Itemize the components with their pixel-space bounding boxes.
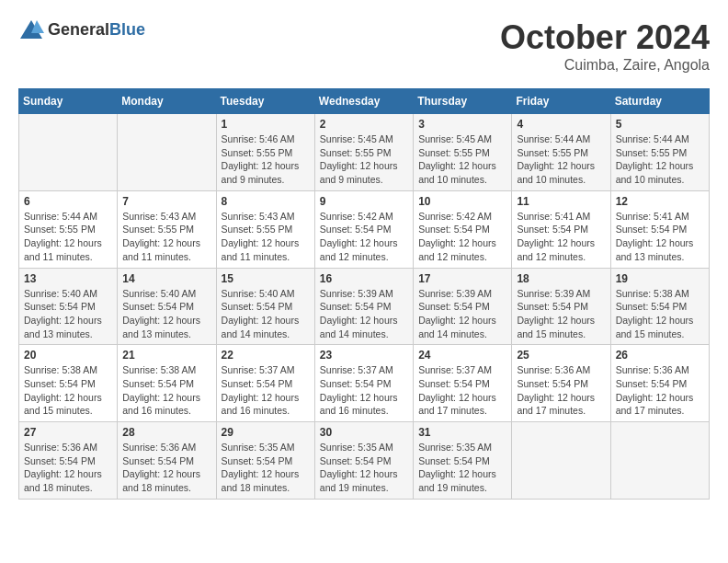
calendar-cell: 29Sunrise: 5:35 AM Sunset: 5:54 PM Dayli… [216, 422, 314, 500]
calendar-cell: 3Sunrise: 5:45 AM Sunset: 5:55 PM Daylig… [414, 114, 512, 191]
calendar-cell [610, 422, 709, 500]
day-number: 4 [517, 118, 605, 131]
day-number: 5 [616, 118, 704, 131]
calendar-cell: 21Sunrise: 5:38 AM Sunset: 5:54 PM Dayli… [118, 345, 216, 422]
calendar-cell: 10Sunrise: 5:42 AM Sunset: 5:54 PM Dayli… [414, 190, 512, 268]
calendar-cell: 14Sunrise: 5:40 AM Sunset: 5:54 PM Dayli… [118, 268, 216, 345]
day-info: Sunrise: 5:41 AM Sunset: 5:54 PM Dayligh… [517, 210, 605, 264]
day-header-tuesday: Tuesday [216, 89, 314, 114]
day-number: 26 [616, 349, 704, 362]
calendar-cell: 7Sunrise: 5:43 AM Sunset: 5:55 PM Daylig… [118, 190, 216, 268]
day-number: 27 [24, 426, 112, 439]
header: GeneralBlue October 2024 Cuimba, Zaire, … [18, 18, 710, 74]
day-info: Sunrise: 5:39 AM Sunset: 5:54 PM Dayligh… [320, 287, 408, 341]
calendar-cell: 30Sunrise: 5:35 AM Sunset: 5:54 PM Dayli… [314, 422, 413, 500]
day-number: 25 [517, 349, 605, 362]
calendar-cell [118, 114, 216, 191]
calendar-cell: 12Sunrise: 5:41 AM Sunset: 5:54 PM Dayli… [610, 190, 709, 268]
day-info: Sunrise: 5:41 AM Sunset: 5:54 PM Dayligh… [616, 210, 704, 264]
day-header-saturday: Saturday [610, 89, 709, 114]
day-info: Sunrise: 5:37 AM Sunset: 5:54 PM Dayligh… [222, 363, 310, 418]
day-number: 6 [24, 195, 112, 208]
month-title: October 2024 [500, 18, 710, 57]
day-number: 16 [320, 272, 408, 285]
logo-blue: Blue [109, 20, 145, 39]
calendar-cell: 17Sunrise: 5:39 AM Sunset: 5:54 PM Dayli… [414, 268, 512, 345]
day-info: Sunrise: 5:38 AM Sunset: 5:54 PM Dayligh… [24, 363, 112, 418]
day-number: 9 [320, 195, 408, 208]
day-number: 10 [418, 195, 506, 208]
day-info: Sunrise: 5:36 AM Sunset: 5:54 PM Dayligh… [122, 441, 210, 495]
calendar-cell: 16Sunrise: 5:39 AM Sunset: 5:54 PM Dayli… [314, 268, 413, 345]
day-info: Sunrise: 5:38 AM Sunset: 5:54 PM Dayligh… [616, 287, 704, 341]
calendar-cell [512, 422, 610, 500]
day-info: Sunrise: 5:43 AM Sunset: 5:55 PM Dayligh… [122, 210, 210, 264]
day-info: Sunrise: 5:45 AM Sunset: 5:55 PM Dayligh… [320, 132, 408, 187]
day-info: Sunrise: 5:35 AM Sunset: 5:54 PM Dayligh… [418, 441, 506, 495]
calendar-cell: 25Sunrise: 5:36 AM Sunset: 5:54 PM Dayli… [512, 345, 610, 422]
day-number: 22 [222, 349, 310, 362]
calendar-cell: 11Sunrise: 5:41 AM Sunset: 5:54 PM Dayli… [512, 190, 610, 268]
calendar-cell: 1Sunrise: 5:46 AM Sunset: 5:55 PM Daylig… [216, 114, 314, 191]
day-info: Sunrise: 5:42 AM Sunset: 5:54 PM Dayligh… [320, 210, 408, 264]
day-number: 15 [222, 272, 310, 285]
day-info: Sunrise: 5:45 AM Sunset: 5:55 PM Dayligh… [418, 132, 506, 187]
day-info: Sunrise: 5:39 AM Sunset: 5:54 PM Dayligh… [418, 287, 506, 341]
day-number: 28 [122, 426, 210, 439]
calendar-cell: 20Sunrise: 5:38 AM Sunset: 5:54 PM Dayli… [19, 345, 118, 422]
day-info: Sunrise: 5:35 AM Sunset: 5:54 PM Dayligh… [222, 441, 310, 495]
day-number: 3 [418, 118, 506, 131]
calendar-cell: 22Sunrise: 5:37 AM Sunset: 5:54 PM Dayli… [216, 345, 314, 422]
day-info: Sunrise: 5:40 AM Sunset: 5:54 PM Dayligh… [24, 287, 112, 341]
day-number: 23 [320, 349, 408, 362]
day-info: Sunrise: 5:40 AM Sunset: 5:54 PM Dayligh… [222, 287, 310, 341]
calendar-cell [19, 114, 118, 191]
day-info: Sunrise: 5:44 AM Sunset: 5:55 PM Dayligh… [24, 210, 112, 264]
calendar-cell: 19Sunrise: 5:38 AM Sunset: 5:54 PM Dayli… [610, 268, 709, 345]
day-number: 7 [122, 195, 210, 208]
day-number: 13 [24, 272, 112, 285]
day-number: 18 [517, 272, 605, 285]
calendar-cell: 27Sunrise: 5:36 AM Sunset: 5:54 PM Dayli… [19, 422, 118, 500]
calendar-cell: 6Sunrise: 5:44 AM Sunset: 5:55 PM Daylig… [19, 190, 118, 268]
day-number: 31 [418, 426, 506, 439]
day-info: Sunrise: 5:36 AM Sunset: 5:54 PM Dayligh… [517, 363, 605, 418]
logo-general: General [48, 20, 109, 39]
day-info: Sunrise: 5:36 AM Sunset: 5:54 PM Dayligh… [616, 363, 704, 418]
day-info: Sunrise: 5:46 AM Sunset: 5:55 PM Dayligh… [222, 132, 310, 187]
day-number: 17 [418, 272, 506, 285]
location-title: Cuimba, Zaire, Angola [500, 57, 710, 74]
calendar-cell: 18Sunrise: 5:39 AM Sunset: 5:54 PM Dayli… [512, 268, 610, 345]
title-area: October 2024 Cuimba, Zaire, Angola [500, 18, 710, 74]
calendar: SundayMondayTuesdayWednesdayThursdayFrid… [18, 88, 710, 500]
day-number: 29 [222, 426, 310, 439]
calendar-cell: 13Sunrise: 5:40 AM Sunset: 5:54 PM Dayli… [19, 268, 118, 345]
calendar-cell: 31Sunrise: 5:35 AM Sunset: 5:54 PM Dayli… [414, 422, 512, 500]
day-number: 24 [418, 349, 506, 362]
calendar-cell: 15Sunrise: 5:40 AM Sunset: 5:54 PM Dayli… [216, 268, 314, 345]
calendar-cell: 2Sunrise: 5:45 AM Sunset: 5:55 PM Daylig… [314, 114, 413, 191]
day-number: 11 [517, 195, 605, 208]
calendar-cell: 28Sunrise: 5:36 AM Sunset: 5:54 PM Dayli… [118, 422, 216, 500]
day-info: Sunrise: 5:37 AM Sunset: 5:54 PM Dayligh… [418, 363, 506, 418]
calendar-cell: 9Sunrise: 5:42 AM Sunset: 5:54 PM Daylig… [314, 190, 413, 268]
calendar-cell: 4Sunrise: 5:44 AM Sunset: 5:55 PM Daylig… [512, 114, 610, 191]
day-header-wednesday: Wednesday [314, 89, 413, 114]
day-info: Sunrise: 5:36 AM Sunset: 5:54 PM Dayligh… [24, 441, 112, 495]
day-info: Sunrise: 5:44 AM Sunset: 5:55 PM Dayligh… [517, 132, 605, 187]
day-info: Sunrise: 5:38 AM Sunset: 5:54 PM Dayligh… [122, 363, 210, 418]
day-info: Sunrise: 5:43 AM Sunset: 5:55 PM Dayligh… [222, 210, 310, 264]
day-info: Sunrise: 5:39 AM Sunset: 5:54 PM Dayligh… [517, 287, 605, 341]
day-info: Sunrise: 5:35 AM Sunset: 5:54 PM Dayligh… [320, 441, 408, 495]
calendar-cell: 23Sunrise: 5:37 AM Sunset: 5:54 PM Dayli… [314, 345, 413, 422]
day-header-thursday: Thursday [414, 89, 512, 114]
day-header-friday: Friday [512, 89, 610, 114]
day-number: 30 [320, 426, 408, 439]
calendar-cell: 26Sunrise: 5:36 AM Sunset: 5:54 PM Dayli… [610, 345, 709, 422]
calendar-cell: 24Sunrise: 5:37 AM Sunset: 5:54 PM Dayli… [414, 345, 512, 422]
logo-icon [18, 18, 44, 40]
day-info: Sunrise: 5:44 AM Sunset: 5:55 PM Dayligh… [616, 132, 704, 187]
day-info: Sunrise: 5:42 AM Sunset: 5:54 PM Dayligh… [418, 210, 506, 264]
day-number: 8 [222, 195, 310, 208]
calendar-cell: 8Sunrise: 5:43 AM Sunset: 5:55 PM Daylig… [216, 190, 314, 268]
